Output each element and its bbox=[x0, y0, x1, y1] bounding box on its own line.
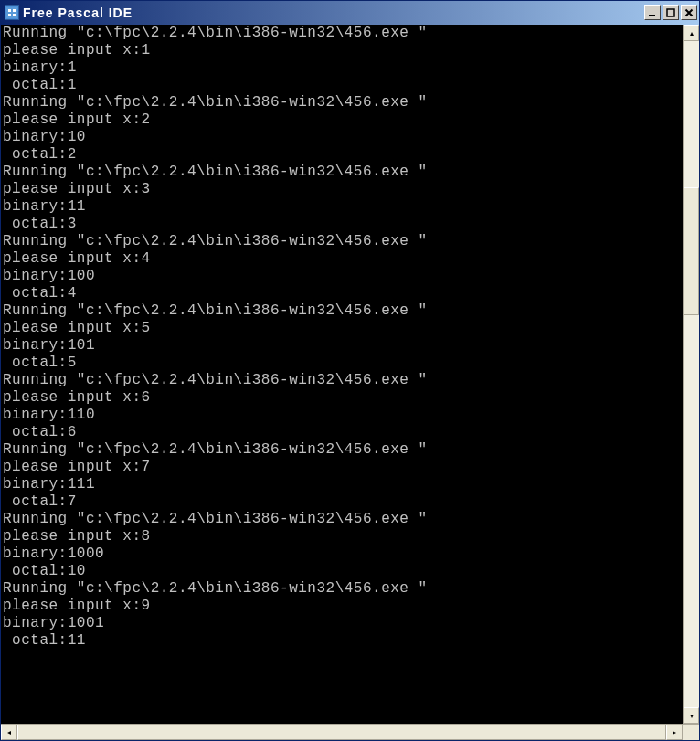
console-line: Running "c:\fpc\2.2.4\bin\i386-win32\456… bbox=[3, 372, 681, 389]
console-line: please input x:7 bbox=[3, 459, 681, 476]
window: Free Pascal IDE Running "c:\fpc\2.2.4\bi… bbox=[0, 0, 700, 741]
vertical-scrollbar: ▴ ▾ bbox=[683, 25, 699, 724]
console-output[interactable]: Running "c:\fpc\2.2.4\bin\i386-win32\456… bbox=[1, 25, 683, 724]
console-line: binary:101 bbox=[3, 337, 681, 355]
maximize-button[interactable] bbox=[663, 5, 679, 20]
console-line: octal:1 bbox=[3, 77, 681, 94]
minimize-button[interactable] bbox=[644, 5, 661, 20]
console-line: Running "c:\fpc\2.2.4\bin\i386-win32\456… bbox=[3, 94, 681, 111]
titlebar-buttons bbox=[644, 5, 697, 20]
horizontal-scrollbar: ◂ ▸ bbox=[1, 724, 699, 740]
console-line: Running "c:\fpc\2.2.4\bin\i386-win32\456… bbox=[3, 302, 681, 320]
window-title: Free Pascal IDE bbox=[23, 5, 644, 20]
console-line: please input x:4 bbox=[3, 250, 681, 268]
svg-rect-1 bbox=[8, 9, 11, 12]
up-arrow-icon: ▴ bbox=[690, 29, 694, 37]
console-line: Running "c:\fpc\2.2.4\bin\i386-win32\456… bbox=[3, 233, 681, 250]
console-line: octal:2 bbox=[3, 146, 681, 164]
scroll-right-button[interactable]: ▸ bbox=[666, 725, 683, 740]
console-line: octal:6 bbox=[3, 424, 681, 441]
console-line: Running "c:\fpc\2.2.4\bin\i386-win32\456… bbox=[3, 25, 681, 42]
console-line: binary:110 bbox=[3, 407, 681, 424]
console-line: please input x:9 bbox=[3, 598, 681, 615]
console-line: octal:3 bbox=[3, 216, 681, 233]
console-line: octal:10 bbox=[3, 563, 681, 580]
scroll-down-button[interactable]: ▾ bbox=[684, 707, 699, 724]
console-line: binary:1 bbox=[3, 59, 681, 77]
console-line: octal:4 bbox=[3, 285, 681, 302]
console-line: binary:1001 bbox=[3, 615, 681, 632]
console-line: please input x:2 bbox=[3, 111, 681, 129]
horizontal-scroll-thumb[interactable] bbox=[17, 725, 666, 740]
scrollbar-corner bbox=[683, 725, 699, 740]
console-line: binary:11 bbox=[3, 198, 681, 216]
content-area: Running "c:\fpc\2.2.4\bin\i386-win32\456… bbox=[1, 25, 699, 724]
console-line: binary:100 bbox=[3, 268, 681, 285]
console-line: Running "c:\fpc\2.2.4\bin\i386-win32\456… bbox=[3, 441, 681, 459]
scroll-left-button[interactable]: ◂ bbox=[1, 725, 17, 740]
console-line: please input x:1 bbox=[3, 42, 681, 59]
close-button[interactable] bbox=[681, 5, 697, 20]
horizontal-scroll-track[interactable] bbox=[17, 725, 666, 740]
console-line: please input x:6 bbox=[3, 389, 681, 407]
down-arrow-icon: ▾ bbox=[690, 712, 694, 720]
vertical-scroll-thumb[interactable] bbox=[684, 187, 699, 315]
console-line: binary:1000 bbox=[3, 545, 681, 563]
console-line: please input x:8 bbox=[3, 528, 681, 545]
svg-rect-0 bbox=[6, 7, 17, 18]
right-arrow-icon: ▸ bbox=[673, 728, 676, 736]
console-line: binary:111 bbox=[3, 476, 681, 493]
console-line: octal:7 bbox=[3, 493, 681, 511]
console-line: Running "c:\fpc\2.2.4\bin\i386-win32\456… bbox=[3, 580, 681, 598]
svg-rect-3 bbox=[8, 14, 11, 16]
scroll-up-button[interactable]: ▴ bbox=[684, 25, 699, 41]
vertical-scroll-track[interactable] bbox=[684, 41, 699, 707]
svg-rect-5 bbox=[649, 15, 655, 16]
console-line: Running "c:\fpc\2.2.4\bin\i386-win32\456… bbox=[3, 511, 681, 528]
app-icon bbox=[5, 5, 19, 20]
left-arrow-icon: ◂ bbox=[7, 728, 11, 736]
console-line: please input x:5 bbox=[3, 320, 681, 337]
console-line: please input x:3 bbox=[3, 181, 681, 198]
svg-rect-4 bbox=[13, 14, 16, 16]
svg-rect-6 bbox=[667, 9, 674, 16]
svg-rect-2 bbox=[13, 9, 16, 12]
titlebar[interactable]: Free Pascal IDE bbox=[1, 1, 699, 25]
console-line: binary:10 bbox=[3, 129, 681, 146]
console-line: octal:5 bbox=[3, 355, 681, 372]
console-line: Running "c:\fpc\2.2.4\bin\i386-win32\456… bbox=[3, 164, 681, 181]
console-line: octal:11 bbox=[3, 632, 681, 650]
